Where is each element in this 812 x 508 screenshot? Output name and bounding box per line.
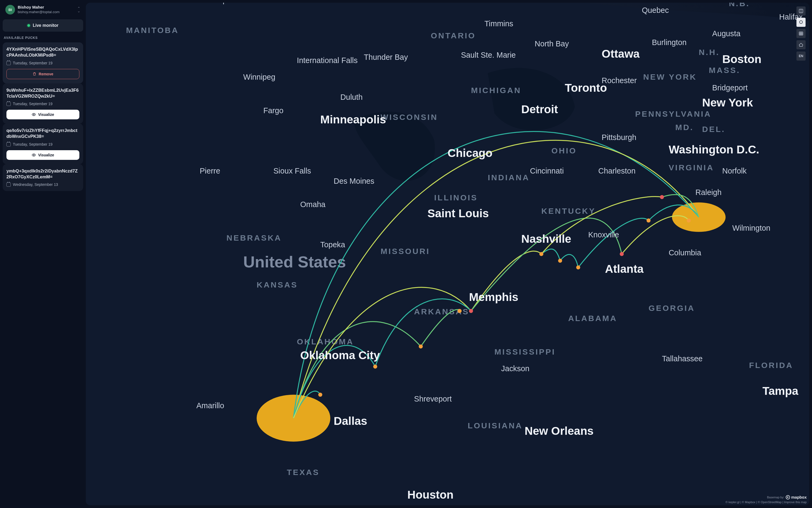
city-label: North Bay [535, 39, 569, 48]
visualize-button[interactable]: Visualize [6, 110, 79, 119]
city-label: Rochester [602, 76, 637, 85]
sidebar: BI Bishoy Maher bishoy.maher@toptal.com … [0, 0, 86, 508]
arc-endpoint [419, 344, 423, 348]
city-label: Pittsburgh [602, 133, 636, 142]
basemap-by-label: Basemap by: [767, 496, 784, 499]
city-label: Dallas [333, 415, 367, 427]
city-label: Pierre [200, 167, 220, 175]
state-label: ALABAMA [568, 314, 617, 323]
state-label: INDIANA [488, 173, 530, 182]
split-view-button[interactable] [797, 6, 806, 15]
city-label: Charleston [598, 167, 636, 175]
city-label: Toronto [565, 82, 607, 94]
state-label: OHIO [551, 146, 577, 155]
city-label: Minneapolis [320, 113, 386, 126]
remove-button[interactable]: Remove [6, 69, 79, 79]
state-label: N.B. [729, 3, 750, 8]
puck-date: Tuesday, September 19 [6, 102, 79, 106]
visualize-button[interactable]: Visualize [6, 150, 79, 160]
avatar: BI [5, 5, 15, 14]
city-label: Burlington [652, 38, 686, 47]
state-label: LOUISIANA [468, 421, 523, 430]
map-canvas[interactable]: › United States MANITOBAONTARIOQUÉBECN.B… [86, 3, 809, 505]
attribution-links[interactable]: © kepler.gl | © Mapbox | © OpenStreetMap… [725, 501, 807, 504]
city-label: Atlanta [605, 263, 644, 275]
city-label: Fargo [263, 106, 283, 115]
city-label: Wilmington [732, 224, 770, 232]
chevron-updown-icon: ⌃⌄ [77, 7, 81, 12]
svg-rect-4 [799, 32, 803, 35]
city-label: New York [702, 96, 753, 109]
state-label: KANSAS [257, 280, 298, 289]
puck-id: qe/Io5v7rizZhYfFFqj+q2zyrrJmbctdbWnxGCvP… [6, 127, 79, 139]
city-label: Duluth [340, 93, 363, 101]
city-label: Cincinnati [530, 167, 564, 175]
legend-button[interactable] [797, 40, 806, 49]
city-label: Bridgeport [712, 83, 748, 92]
calendar-icon [6, 61, 11, 65]
state-label: ONTARIO [431, 31, 476, 40]
user-name: Bishoy Maher [18, 5, 75, 10]
city-label: Sioux Falls [273, 167, 311, 175]
city-label: Memphis [469, 291, 518, 303]
state-label: MD. [675, 123, 693, 132]
puck-card[interactable]: qe/Io5v7rizZhYfFFqj+q2zyrrJmbctdbWnxGCvP… [3, 124, 83, 164]
arc-endpoint [318, 393, 322, 397]
city-label: Jackson [501, 364, 529, 373]
live-monitor-button[interactable]: Live monitor [3, 19, 83, 32]
city-label: Winnipeg [243, 73, 275, 81]
arc-endpoint [620, 252, 624, 256]
puck-card[interactable]: 4YXnHPVISneSBQAQoCxLVdX3IpcPAAnhuLObKMiP… [3, 42, 83, 83]
puck-card[interactable]: 9uWnhuF+IxZZBEsbmL2UvjEa3F6TcIaVG2WROZQw… [3, 83, 83, 124]
state-label: MANITOBA [126, 26, 179, 35]
state-label: MICHIGAN [471, 86, 521, 95]
state-label: VIRGINIA [669, 163, 714, 172]
city-label: Des Moines [333, 177, 374, 185]
puck-date: Tuesday, September 19 [6, 61, 79, 65]
city-label: Amarillo [196, 401, 224, 410]
eye-icon [32, 153, 36, 157]
arc-endpoint [646, 219, 650, 223]
calendar-icon [6, 102, 11, 106]
live-monitor-label: Live monitor [33, 23, 58, 28]
state-label: N.H. [699, 48, 720, 56]
state-label: WISCONSIN [380, 113, 438, 122]
city-label: New Orleans [525, 425, 593, 437]
mapbox-logo: mapbox [786, 495, 807, 499]
calendar-icon [6, 142, 11, 146]
user-text: Bishoy Maher bishoy.maher@toptal.com [18, 5, 75, 14]
city-label: Washington D.C. [669, 143, 759, 156]
city-label: Augusta [712, 29, 740, 38]
city-label: Saint Louis [427, 207, 489, 220]
map-toolbar: EN [797, 6, 806, 60]
arc-endpoint [660, 195, 664, 199]
puck-id: ymbQ+3qxdlk0s2r2iDyabnNczd7Z2RxO7GyXCz0L… [6, 168, 79, 180]
available-pucks-heading: AVAILABLE PUCKS [3, 34, 83, 40]
city-label: Austin [333, 505, 369, 505]
city-label: Detroit [521, 103, 558, 116]
user-email: bishoy.maher@toptal.com [18, 10, 75, 14]
city-label: Chicago [448, 147, 492, 159]
city-label: Columbia [669, 248, 701, 257]
view-3d-button[interactable] [797, 18, 806, 27]
city-label: Tallahassee [662, 354, 703, 363]
state-label: GEORGIA [648, 304, 695, 312]
city-label: Raleigh [695, 188, 721, 197]
svg-point-0 [33, 114, 34, 115]
city-label: Shreveport [414, 394, 452, 403]
puck-date: Wednesday, September 13 [6, 182, 79, 187]
city-label: Knoxville [588, 230, 619, 239]
state-label: MISSOURI [380, 247, 430, 256]
city-label: Sault Ste. Marie [461, 51, 516, 59]
puck-date: Tuesday, September 19 [6, 142, 79, 146]
city-label: Nashville [521, 232, 571, 245]
city-label: Boston [722, 53, 761, 66]
puck-id: 4YXnHPVISneSBQAQoCxLVdX3IpcPAAnhuLObKMiP… [6, 46, 79, 58]
user-menu[interactable]: BI Bishoy Maher bishoy.maher@toptal.com … [3, 3, 83, 16]
language-button[interactable]: EN [797, 51, 806, 60]
city-label: Norfolk [722, 167, 747, 175]
table-view-button[interactable] [797, 29, 806, 38]
state-label: OKLAHOMA [297, 337, 354, 346]
city-label: Oklahoma City [300, 349, 380, 362]
puck-card[interactable]: ymbQ+3qxdlk0s2r2iDyabnNczd7Z2RxO7GyXCz0L… [3, 164, 83, 191]
